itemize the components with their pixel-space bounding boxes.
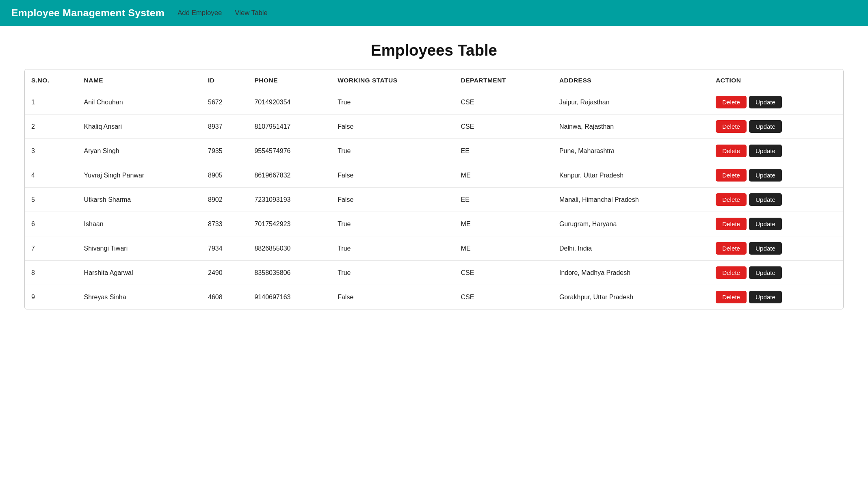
- delete-button[interactable]: Delete: [716, 96, 747, 108]
- cell-department: CSE: [455, 90, 553, 115]
- delete-button[interactable]: Delete: [716, 218, 747, 230]
- delete-button[interactable]: Delete: [716, 120, 747, 133]
- cell-working-status: True: [331, 139, 454, 163]
- cell-action: DeleteUpdate: [709, 90, 843, 115]
- delete-button[interactable]: Delete: [716, 291, 747, 303]
- col-header-working-status: WORKING STATUS: [331, 69, 454, 90]
- cell-action: DeleteUpdate: [709, 163, 843, 188]
- cell-action: DeleteUpdate: [709, 139, 843, 163]
- cell-id: 8733: [201, 212, 248, 236]
- cell-phone: 9140697163: [248, 285, 331, 309]
- update-button[interactable]: Update: [749, 120, 782, 133]
- table-row: 3Aryan Singh79359554574976TrueEEPune, Ma…: [25, 139, 843, 163]
- cell-id: 7935: [201, 139, 248, 163]
- cell-department: ME: [455, 212, 553, 236]
- update-button[interactable]: Update: [749, 145, 782, 157]
- page-title: Employees Table: [0, 41, 868, 59]
- cell-working-status: True: [331, 90, 454, 115]
- cell-name: Shreyas Sinha: [78, 285, 201, 309]
- cell-working-status: False: [331, 115, 454, 139]
- cell-department: ME: [455, 236, 553, 261]
- cell-address: Manali, Himanchal Pradesh: [553, 188, 709, 212]
- update-button[interactable]: Update: [749, 266, 782, 279]
- cell-sno: 4: [25, 163, 78, 188]
- cell-id: 8902: [201, 188, 248, 212]
- nav-add-employee[interactable]: Add Employee: [177, 9, 222, 17]
- nav-brand: Employee Management System: [11, 7, 165, 19]
- table-body: 1Anil Chouhan56727014920354TrueCSEJaipur…: [25, 90, 843, 309]
- cell-name: Khaliq Ansari: [78, 115, 201, 139]
- cell-name: Aryan Singh: [78, 139, 201, 163]
- cell-phone: 8358035806: [248, 261, 331, 285]
- cell-address: Delhi, India: [553, 236, 709, 261]
- table-row: 9Shreyas Sinha46089140697163FalseCSEGora…: [25, 285, 843, 309]
- update-button[interactable]: Update: [749, 96, 782, 108]
- update-button[interactable]: Update: [749, 193, 782, 206]
- cell-department: EE: [455, 139, 553, 163]
- cell-sno: 9: [25, 285, 78, 309]
- cell-id: 2490: [201, 261, 248, 285]
- col-header-s.no.: S.NO.: [25, 69, 78, 90]
- cell-working-status: False: [331, 163, 454, 188]
- table-row: 4Yuvraj Singh Panwar89058619667832FalseM…: [25, 163, 843, 188]
- cell-working-status: True: [331, 261, 454, 285]
- update-button[interactable]: Update: [749, 291, 782, 303]
- cell-id: 7934: [201, 236, 248, 261]
- nav-view-table[interactable]: View Table: [235, 9, 268, 17]
- delete-button[interactable]: Delete: [716, 169, 747, 182]
- cell-action: DeleteUpdate: [709, 115, 843, 139]
- cell-address: Nainwa, Rajasthan: [553, 115, 709, 139]
- cell-address: Indore, Madhya Pradesh: [553, 261, 709, 285]
- cell-name: Anil Chouhan: [78, 90, 201, 115]
- table-header: S.NO.NAMEIDPHONEWORKING STATUSDEPARTMENT…: [25, 69, 843, 90]
- col-header-phone: PHONE: [248, 69, 331, 90]
- table-row: 1Anil Chouhan56727014920354TrueCSEJaipur…: [25, 90, 843, 115]
- cell-action: DeleteUpdate: [709, 212, 843, 236]
- col-header-department: DEPARTMENT: [455, 69, 553, 90]
- cell-sno: 1: [25, 90, 78, 115]
- employees-table: S.NO.NAMEIDPHONEWORKING STATUSDEPARTMENT…: [25, 69, 843, 309]
- table-row: 8Harshita Agarwal24908358035806TrueCSEIn…: [25, 261, 843, 285]
- cell-department: CSE: [455, 261, 553, 285]
- cell-phone: 7231093193: [248, 188, 331, 212]
- cell-id: 5672: [201, 90, 248, 115]
- update-button[interactable]: Update: [749, 242, 782, 255]
- delete-button[interactable]: Delete: [716, 266, 747, 279]
- cell-sno: 7: [25, 236, 78, 261]
- table-row: 6Ishaan87337017542923TrueMEGurugram, Har…: [25, 212, 843, 236]
- cell-phone: 8826855030: [248, 236, 331, 261]
- cell-sno: 3: [25, 139, 78, 163]
- table-row: 7Shivangi Tiwari79348826855030TrueMEDelh…: [25, 236, 843, 261]
- cell-phone: 7014920354: [248, 90, 331, 115]
- cell-sno: 8: [25, 261, 78, 285]
- cell-working-status: False: [331, 188, 454, 212]
- cell-address: Pune, Maharashtra: [553, 139, 709, 163]
- cell-phone: 9554574976: [248, 139, 331, 163]
- col-header-address: ADDRESS: [553, 69, 709, 90]
- col-header-name: NAME: [78, 69, 201, 90]
- cell-phone: 8619667832: [248, 163, 331, 188]
- cell-name: Yuvraj Singh Panwar: [78, 163, 201, 188]
- cell-sno: 5: [25, 188, 78, 212]
- cell-address: Gorakhpur, Uttar Pradesh: [553, 285, 709, 309]
- cell-phone: 8107951417: [248, 115, 331, 139]
- cell-id: 4608: [201, 285, 248, 309]
- cell-id: 8905: [201, 163, 248, 188]
- cell-name: Shivangi Tiwari: [78, 236, 201, 261]
- cell-address: Kanpur, Uttar Pradesh: [553, 163, 709, 188]
- cell-action: DeleteUpdate: [709, 236, 843, 261]
- cell-working-status: True: [331, 212, 454, 236]
- cell-working-status: True: [331, 236, 454, 261]
- navbar: Employee Management System Add Employee …: [0, 0, 868, 26]
- cell-phone: 7017542923: [248, 212, 331, 236]
- update-button[interactable]: Update: [749, 218, 782, 230]
- cell-department: CSE: [455, 285, 553, 309]
- table-row: 2Khaliq Ansari89378107951417FalseCSENain…: [25, 115, 843, 139]
- cell-action: DeleteUpdate: [709, 285, 843, 309]
- delete-button[interactable]: Delete: [716, 145, 747, 157]
- update-button[interactable]: Update: [749, 169, 782, 182]
- cell-name: Harshita Agarwal: [78, 261, 201, 285]
- delete-button[interactable]: Delete: [716, 193, 747, 206]
- cell-action: DeleteUpdate: [709, 261, 843, 285]
- delete-button[interactable]: Delete: [716, 242, 747, 255]
